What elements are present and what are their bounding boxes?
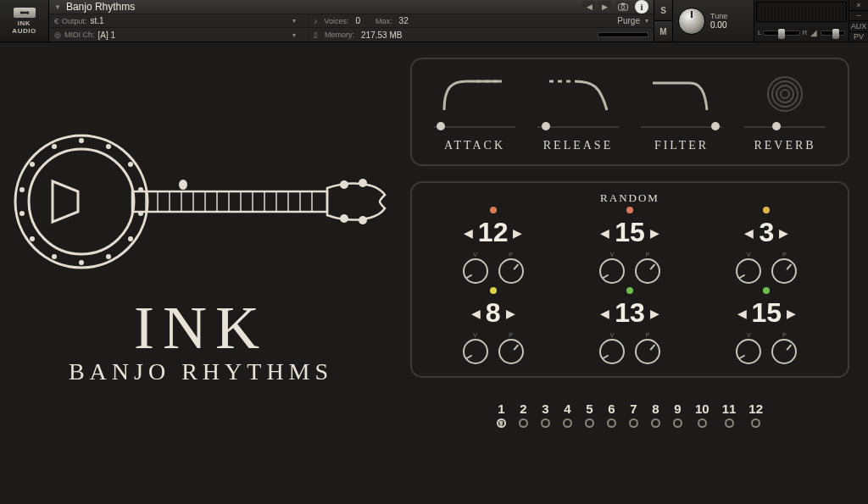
velocity-knob[interactable] — [736, 339, 761, 364]
pv-button[interactable]: PV — [849, 32, 868, 42]
step-dot[interactable] — [497, 418, 506, 428]
svg-point-3 — [15, 136, 147, 268]
step-dot[interactable] — [541, 418, 550, 428]
purge-block[interactable]: Purge ▾ — [484, 16, 649, 25]
prev-arrow[interactable]: ◀ — [600, 307, 609, 320]
step-12[interactable]: 12 — [748, 402, 763, 428]
step-2[interactable]: 2 — [519, 402, 528, 428]
reverb-icon — [765, 75, 804, 114]
tune-knob[interactable] — [678, 8, 705, 35]
snapshot-camera-icon[interactable] — [616, 1, 630, 13]
max-voices-value[interactable]: 32 — [399, 16, 409, 25]
step-8[interactable]: 8 — [651, 402, 660, 428]
header-mid: ▼ Banjo Rhythms ◀ ▶ i € Output: st.1 ▾ ♪ — [49, 0, 654, 42]
dropdown-triangle[interactable]: ▾ — [292, 31, 296, 39]
envelope-panel: ATTACK RELEASE — [410, 58, 849, 166]
midi-icon: ◎ — [54, 30, 61, 39]
release-slider[interactable] — [537, 120, 619, 132]
velocity-knob[interactable] — [463, 258, 488, 284]
prev-arrow[interactable]: ◀ — [464, 226, 473, 240]
velocity-knob[interactable] — [599, 339, 625, 364]
tune-value[interactable]: 0.00 — [710, 20, 727, 30]
step-11[interactable]: 11 — [722, 402, 737, 428]
pan-control[interactable]: L R — [758, 29, 807, 36]
prev-arrow[interactable]: ◀ — [737, 307, 747, 320]
step-dot[interactable] — [563, 418, 572, 428]
release-cell: RELEASE — [531, 73, 626, 152]
pan-knob[interactable] — [635, 258, 660, 284]
step-dot[interactable] — [629, 418, 638, 428]
midi-field[interactable]: ◎ MIDI Ch: [A] 1 ▾ — [54, 30, 309, 40]
prev-arrow[interactable]: ◀ — [744, 226, 754, 240]
step-dot[interactable] — [725, 418, 734, 428]
step-9[interactable]: 9 — [673, 402, 682, 428]
random-value[interactable]: 3 — [759, 217, 774, 248]
next-arrow[interactable]: ▶ — [506, 307, 515, 320]
brand-block: INK BANJO RHYTHMS — [0, 293, 402, 385]
solo-button[interactable]: S — [654, 0, 672, 21]
filter-slider[interactable] — [641, 120, 722, 132]
volume-slider[interactable] — [821, 30, 845, 36]
step-dot[interactable] — [519, 418, 528, 428]
step-3[interactable]: 3 — [541, 402, 550, 428]
step-dot[interactable] — [585, 418, 594, 428]
step-7[interactable]: 7 — [629, 402, 638, 428]
step-1[interactable]: 1 — [497, 402, 506, 428]
random-value[interactable]: 13 — [615, 297, 645, 329]
velocity-knob[interactable] — [736, 258, 761, 284]
dropdown-triangle: ▾ — [645, 17, 648, 25]
random-value[interactable]: 12 — [478, 217, 509, 248]
next-arrow[interactable]: ▶ — [650, 307, 659, 320]
step-5[interactable]: 5 — [585, 402, 594, 428]
prev-arrow[interactable]: ◀ — [471, 307, 481, 320]
aux-button[interactable]: AUX — [849, 21, 868, 32]
mute-button[interactable]: M — [654, 21, 672, 42]
step-dot[interactable] — [673, 418, 682, 428]
pan-knob[interactable] — [635, 339, 660, 364]
pan-knob[interactable] — [498, 339, 524, 364]
instrument-left: INK BANJO RHYTHMS — [0, 42, 402, 504]
prev-button[interactable]: ◀ — [582, 1, 596, 13]
next-arrow[interactable]: ▶ — [779, 226, 788, 240]
wrench-icon[interactable] — [14, 8, 36, 18]
random-cell-6: ◀15▶VP — [701, 287, 832, 364]
filter-cell: FILTER — [634, 73, 729, 152]
reverb-slider[interactable] — [744, 120, 826, 132]
random-value[interactable]: 15 — [752, 297, 782, 329]
attack-slider[interactable] — [434, 120, 515, 132]
velocity-knob[interactable] — [599, 258, 625, 284]
step-4[interactable]: 4 — [563, 402, 572, 428]
pan-knob[interactable] — [498, 258, 524, 284]
step-10[interactable]: 10 — [695, 402, 709, 428]
next-arrow[interactable]: ▶ — [650, 226, 659, 240]
prev-arrow[interactable]: ◀ — [600, 226, 609, 240]
velocity-knob[interactable] — [463, 339, 488, 364]
step-dot[interactable] — [651, 418, 660, 428]
pan-knob[interactable] — [771, 339, 797, 364]
next-button[interactable]: ▶ — [598, 1, 611, 13]
step-number: 3 — [542, 402, 548, 416]
output-field[interactable]: € Output: st.1 ▾ — [54, 16, 309, 25]
minimize-button[interactable]: – — [849, 11, 868, 22]
random-led — [490, 287, 497, 294]
pan-knob[interactable] — [771, 258, 797, 284]
step-dot[interactable] — [751, 418, 760, 428]
random-value[interactable]: 8 — [486, 297, 501, 329]
close-button[interactable]: × — [849, 0, 868, 11]
svg-point-17 — [30, 162, 35, 167]
next-arrow[interactable]: ▶ — [513, 226, 522, 240]
info-button[interactable]: i — [635, 0, 648, 14]
dropdown-triangle[interactable]: ▾ — [292, 17, 296, 25]
header-right: S M Tune 0.00 L R ◢ × – — [654, 0, 868, 42]
step-dot[interactable] — [607, 418, 616, 428]
dropdown-triangle[interactable]: ▼ — [54, 3, 61, 11]
step-number: 11 — [722, 402, 737, 416]
step-dot[interactable] — [698, 418, 707, 428]
next-arrow[interactable]: ▶ — [787, 307, 796, 320]
header-logo-block: INK AUDIO — [0, 0, 49, 42]
output-meter — [756, 2, 847, 22]
prev-next-nav: ◀ ▶ — [582, 1, 611, 13]
meter-cluster: L R ◢ — [754, 0, 849, 42]
step-6[interactable]: 6 — [607, 402, 616, 428]
random-value[interactable]: 15 — [615, 217, 645, 248]
